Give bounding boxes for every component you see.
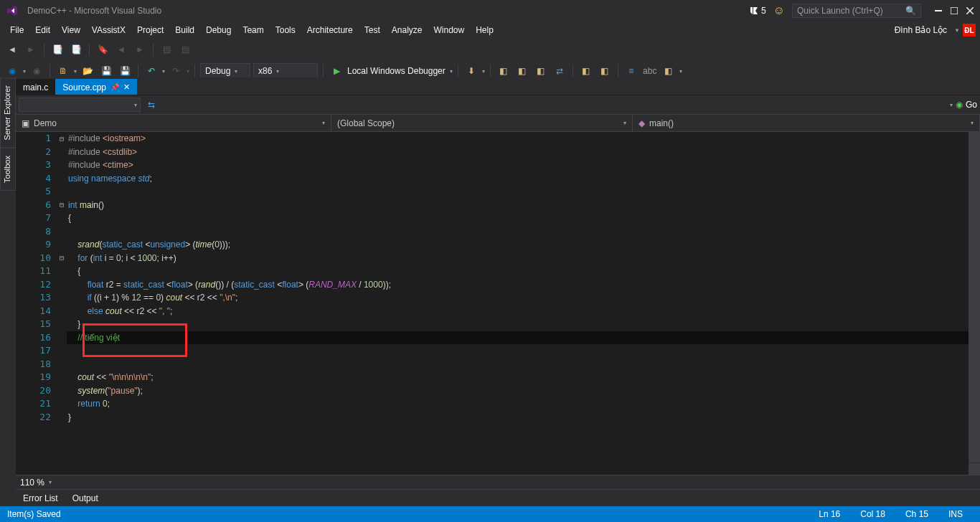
back-circle-icon[interactable]: ◉ — [4, 63, 20, 79]
go-control[interactable]: ▾ ◉ Go — [950, 100, 977, 110]
menu-analyze[interactable]: Analyze — [386, 23, 428, 37]
tb-icon-6[interactable]: ◧ — [597, 63, 613, 79]
user-avatar[interactable]: ĐL — [963, 24, 976, 37]
tb-icon-8[interactable]: abc — [642, 63, 658, 79]
menu-vassistx[interactable]: VAssistX — [86, 23, 131, 37]
code-editor[interactable]: 12345678910111213141516171819202122 ⊟⊟⊟ … — [16, 132, 980, 475]
platform-dropdown[interactable]: x86▾ — [253, 63, 318, 79]
editor-area: main.c Source.cpp 📌 ✕ ▾ ⇆ ▾ ◉ Go ▣ Demo … — [16, 77, 980, 489]
nav-fwd-icon[interactable]: ► — [23, 42, 39, 57]
scope-function[interactable]: ◆ main() ▾ — [633, 115, 980, 131]
user-name[interactable]: Đình Bảo Lộc — [890, 25, 951, 35]
tab-error-list[interactable]: Error List — [20, 491, 61, 506]
status-message: Item(s) Saved — [7, 509, 61, 519]
menu-architecture[interactable]: Architecture — [301, 23, 359, 37]
menu-project[interactable]: Project — [131, 23, 169, 37]
step-icon[interactable]: ⬇ — [463, 63, 479, 79]
menu-team[interactable]: Team — [237, 23, 269, 37]
code-line-17[interactable] — [67, 344, 980, 358]
code-line-16[interactable]: // tiếng việt — [67, 331, 980, 345]
side-tab-server-explorer[interactable]: Server Explorer — [0, 77, 16, 148]
tb-icon-3[interactable]: ◧ — [533, 63, 549, 79]
menu-window[interactable]: Window — [428, 23, 470, 37]
code-line-9[interactable]: srand(static_cast <unsigned> (time(0))); — [67, 238, 980, 252]
code-line-1[interactable]: #include <iostream> — [67, 132, 980, 146]
new-project-icon[interactable]: 🗎 — [55, 63, 71, 79]
code-line-3[interactable]: #include <ctime> — [67, 158, 980, 172]
zoom-level[interactable]: 110 % — [20, 478, 44, 488]
code-line-8[interactable] — [67, 225, 980, 239]
start-debug-icon[interactable]: ▶ — [329, 63, 344, 79]
code-line-12[interactable]: float r2 = static_cast <float> (rand()) … — [67, 278, 980, 292]
tb-icon-1[interactable]: ◧ — [496, 63, 512, 79]
open-icon[interactable]: 📂 — [80, 63, 95, 79]
debugger-label[interactable]: Local Windows Debugger — [347, 66, 446, 76]
menu-view[interactable]: View — [56, 23, 86, 37]
tab-source-cpp[interactable]: Source.cpp 📌 ✕ — [55, 79, 137, 95]
notifications-badge[interactable]: 5 — [750, 6, 766, 16]
code-line-7[interactable]: { — [67, 212, 980, 225]
code-line-10[interactable]: for (int i = 0; i < 1000; i++) — [67, 252, 980, 265]
code-line-14[interactable]: else cout << r2 << ", "; — [67, 305, 980, 318]
fold-column[interactable]: ⊟⊟⊟ — [57, 132, 67, 475]
menu-tools[interactable]: Tools — [270, 23, 301, 37]
nav-history-combo[interactable]: ▾ — [19, 98, 141, 112]
tb-icon-5[interactable]: ◧ — [578, 63, 594, 79]
menu-build[interactable]: Build — [169, 23, 200, 37]
vertical-scrollbar[interactable] — [969, 132, 980, 475]
scope-namespace[interactable]: (Global Scope) ▾ — [331, 115, 633, 131]
tb-icon-7[interactable]: ≡ — [623, 63, 639, 79]
config-dropdown[interactable]: Debug▾ — [200, 63, 250, 79]
status-mode: INS — [938, 509, 973, 519]
code-lines[interactable]: #include <iostream>#include <cstdlib>#in… — [67, 132, 980, 475]
save-icon[interactable]: 💾 — [98, 63, 114, 79]
feedback-icon[interactable]: ☺ — [773, 4, 785, 17]
code-line-6[interactable]: int main() — [67, 199, 980, 212]
history-icon[interactable]: 📑 — [50, 42, 65, 57]
code-line-4[interactable]: using namespace std; — [67, 172, 980, 186]
prev-bookmark-icon[interactable]: ◄ — [113, 42, 129, 57]
uncomment-icon[interactable]: ▤ — [177, 42, 193, 57]
chevron-down-icon[interactable]: ▼ — [954, 27, 960, 34]
chevron-down-icon[interactable]: ▾ — [49, 479, 52, 485]
menu-file[interactable]: File — [4, 23, 29, 37]
tb-icon-9[interactable]: ◧ — [661, 63, 677, 79]
undo-icon[interactable]: ↶ — [143, 63, 159, 79]
comment-icon[interactable]: ▤ — [159, 42, 174, 57]
code-line-21[interactable]: return 0; — [67, 397, 980, 411]
save-all-icon[interactable]: 💾 — [117, 63, 133, 79]
code-line-20[interactable]: system("pause"); — [67, 384, 980, 398]
maximize-button[interactable] — [950, 6, 958, 15]
code-line-11[interactable]: { — [67, 265, 980, 278]
history2-icon[interactable]: 📑 — [68, 42, 84, 57]
svg-rect-1 — [951, 7, 958, 14]
menu-edit[interactable]: Edit — [29, 23, 56, 37]
pin-icon[interactable]: 📌 — [110, 83, 119, 91]
nav-sync-icon[interactable]: ⇆ — [143, 97, 159, 113]
code-line-19[interactable]: cout << "\n\n\n\n\n"; — [67, 371, 980, 384]
code-line-13[interactable]: if ((i + 1) % 12 == 0) cout << r2 << ",\… — [67, 291, 980, 305]
close-button[interactable] — [966, 6, 974, 15]
quick-launch-input[interactable]: Quick Launch (Ctrl+Q) 🔍 — [792, 4, 921, 18]
tab-main-c[interactable]: main.c — [16, 79, 55, 95]
menu-test[interactable]: Test — [359, 23, 386, 37]
code-line-5[interactable] — [67, 185, 980, 199]
fwd-circle-icon[interactable]: ◉ — [29, 63, 44, 79]
code-line-18[interactable] — [67, 358, 980, 371]
tab-output[interactable]: Output — [70, 491, 101, 506]
minimize-button[interactable] — [934, 6, 943, 15]
tb-icon-4[interactable]: ⇄ — [552, 63, 567, 79]
next-bookmark-icon[interactable]: ► — [132, 42, 148, 57]
code-line-22[interactable]: } — [67, 411, 980, 424]
close-icon[interactable]: ✕ — [123, 82, 130, 92]
redo-icon[interactable]: ↷ — [168, 63, 184, 79]
scope-project[interactable]: ▣ Demo ▾ — [16, 115, 331, 131]
side-tab-toolbox[interactable]: Toolbox — [0, 148, 16, 191]
tb-icon-2[interactable]: ◧ — [514, 63, 530, 79]
menu-help[interactable]: Help — [470, 23, 499, 37]
code-line-15[interactable]: } — [67, 318, 980, 331]
code-line-2[interactable]: #include <cstdlib> — [67, 146, 980, 159]
bookmark-icon[interactable]: 🔖 — [95, 42, 110, 57]
nav-back-icon[interactable]: ◄ — [4, 42, 20, 57]
menu-debug[interactable]: Debug — [200, 23, 237, 37]
